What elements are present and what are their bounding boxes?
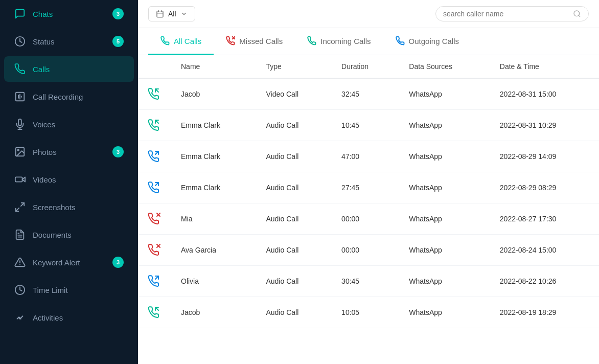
missed-call-icon <box>148 244 160 256</box>
call-name: Ava Garcia <box>171 235 256 266</box>
call-type-icon-cell <box>138 297 171 328</box>
svg-point-22 <box>574 11 580 16</box>
call-datetime: 2022-08-22 10:26 <box>490 266 599 297</box>
sidebar-item-label: Activities <box>33 313 124 322</box>
col-icon <box>138 55 171 78</box>
tab-label: Incoming Calls <box>320 37 371 46</box>
sidebar-item-label: Chats <box>33 10 112 18</box>
call-duration: 47:00 <box>331 141 399 172</box>
sidebar-item-activities[interactable]: Activities <box>4 305 134 330</box>
sidebar: Chats 3 Status 5 Calls Call Recording <box>0 0 138 364</box>
tab-label: Missed Calls <box>239 37 283 46</box>
call-name: Jacob <box>171 78 256 110</box>
call-source: WhatsApp <box>399 110 490 141</box>
call-type-icon-cell <box>138 78 171 110</box>
chats-badge: 3 <box>112 8 124 19</box>
call-name: Olivia <box>171 266 256 297</box>
call-type: Audio Call <box>256 297 331 328</box>
call-name: Emma Clark <box>171 141 256 172</box>
sidebar-item-keyword-alert[interactable]: Keyword Alert 3 <box>4 249 134 275</box>
date-filter[interactable]: All <box>148 6 195 21</box>
missed-calls-icon <box>226 36 235 46</box>
sidebar-item-voices[interactable]: Voices <box>4 111 134 137</box>
call-duration: 00:00 <box>331 203 399 235</box>
call-source: WhatsApp <box>399 297 490 328</box>
table-row: Emma Clark Audio Call 27:45 WhatsApp 202… <box>138 172 599 203</box>
sidebar-item-videos[interactable]: Videos <box>4 167 134 192</box>
tab-label: Outgoing Calls <box>409 37 459 46</box>
sidebar-item-screenshots[interactable]: Screenshots <box>4 194 134 220</box>
svg-line-23 <box>579 15 580 17</box>
tabs: All Calls Missed Calls Incoming Calls Ou… <box>138 28 599 55</box>
table-row: Olivia Audio Call 30:45 WhatsApp 2022-08… <box>138 266 599 297</box>
table-header-row: Name Type Duration Data Sources Date & T… <box>138 55 599 78</box>
call-type: Audio Call <box>256 203 331 235</box>
table-row: Jacob Video Call 32:45 WhatsApp 2022-08-… <box>138 78 599 110</box>
table-row: Jacob Audio Call 10:05 WhatsApp 2022-08-… <box>138 297 599 328</box>
call-datetime: 2022-08-29 14:09 <box>490 141 599 172</box>
photo-icon <box>14 146 26 157</box>
keyword-badge: 3 <box>112 257 124 268</box>
svg-line-12 <box>16 208 19 211</box>
call-source: WhatsApp <box>399 78 490 110</box>
col-datetime: Date & Time <box>490 55 599 78</box>
clock-icon <box>14 284 26 295</box>
svg-point-8 <box>17 149 19 151</box>
call-duration: 00:00 <box>331 235 399 266</box>
table-row: Emma Clark Audio Call 47:00 WhatsApp 202… <box>138 141 599 172</box>
activity-icon <box>14 312 26 323</box>
call-datetime: 2022-08-27 17:30 <box>490 203 599 235</box>
call-type: Audio Call <box>256 141 331 172</box>
sidebar-item-chats[interactable]: Chats 3 <box>4 1 134 27</box>
sidebar-item-call-recording[interactable]: Call Recording <box>4 84 134 109</box>
svg-rect-9 <box>15 177 22 181</box>
outgoing-call-icon <box>148 181 160 194</box>
svg-line-11 <box>21 203 24 206</box>
call-name: Emma Clark <box>171 110 256 141</box>
sidebar-item-label: Documents <box>33 231 124 239</box>
col-duration: Duration <box>331 55 399 78</box>
call-datetime: 2022-08-24 15:00 <box>490 235 599 266</box>
call-datetime: 2022-08-19 18:29 <box>490 297 599 328</box>
search-icon <box>573 10 581 18</box>
tab-incoming-calls[interactable]: Incoming Calls <box>295 28 383 55</box>
sidebar-item-label: Calls <box>33 65 124 74</box>
sidebar-item-calls[interactable]: Calls <box>4 56 134 82</box>
call-type: Video Call <box>256 78 331 110</box>
status-badge: 5 <box>112 36 124 47</box>
video-icon <box>14 174 26 185</box>
alert-icon <box>14 257 26 268</box>
search-box[interactable] <box>435 6 589 21</box>
call-duration: 30:45 <box>331 266 399 297</box>
document-icon <box>14 229 26 240</box>
sidebar-item-label: Photos <box>33 148 112 156</box>
tab-all-calls[interactable]: All Calls <box>148 28 214 55</box>
sidebar-item-photos[interactable]: Photos 3 <box>4 139 134 165</box>
incoming-call-icon <box>148 119 160 131</box>
toolbar: All <box>138 0 599 28</box>
call-source: WhatsApp <box>399 235 490 266</box>
call-type-icon-cell <box>138 203 171 235</box>
sidebar-item-status[interactable]: Status 5 <box>4 29 134 54</box>
call-source: WhatsApp <box>399 172 490 203</box>
search-input[interactable] <box>443 10 569 18</box>
tab-missed-calls[interactable]: Missed Calls <box>214 28 295 55</box>
calendar-icon <box>156 10 164 18</box>
sidebar-item-label: Time Limit <box>33 286 124 294</box>
tab-outgoing-calls[interactable]: Outgoing Calls <box>383 28 471 55</box>
sidebar-item-documents[interactable]: Documents <box>4 222 134 247</box>
call-duration: 32:45 <box>331 78 399 110</box>
chat-icon <box>14 8 26 19</box>
call-duration: 10:45 <box>331 110 399 141</box>
sidebar-item-label: Videos <box>33 175 124 184</box>
call-type: Audio Call <box>256 172 331 203</box>
record-icon <box>14 91 26 102</box>
call-type-icon-cell <box>138 141 171 172</box>
missed-call-icon <box>148 213 160 225</box>
chevron-down-icon <box>180 10 188 17</box>
call-type-icon-cell <box>138 235 171 266</box>
voice-icon <box>14 119 26 130</box>
photos-badge: 3 <box>112 146 124 157</box>
calls-table-container: Name Type Duration Data Sources Date & T… <box>138 55 599 364</box>
sidebar-item-time-limit[interactable]: Time Limit <box>4 277 134 303</box>
